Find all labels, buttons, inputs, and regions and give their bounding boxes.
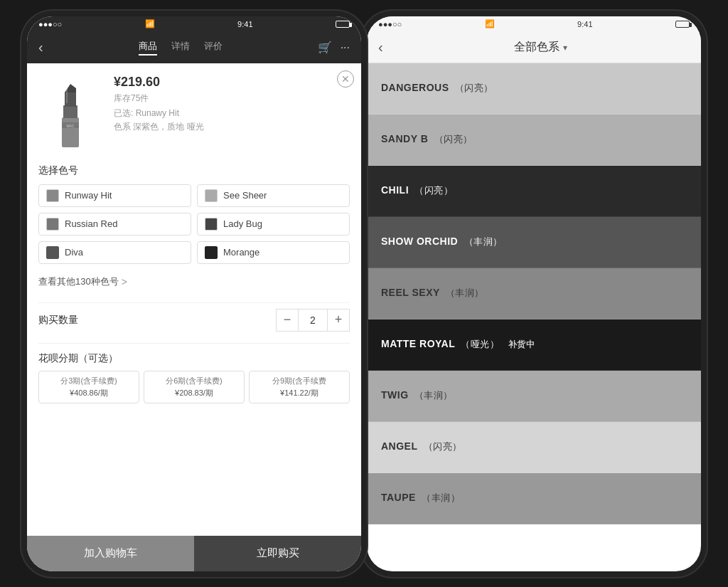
quantity-value: 2 (299, 309, 327, 332)
right-wifi-icon: 📶 (485, 19, 495, 28)
right-nav-title: 全部色系 ▾ (392, 40, 690, 55)
tab-detail[interactable]: 详情 (171, 40, 190, 55)
wifi-icon: 📶 (145, 19, 155, 28)
product-image: MAC (38, 75, 102, 153)
back-button[interactable]: ‹ (38, 39, 43, 55)
installment-3[interactable]: 分3期(含手续费) ¥408.86/期 (38, 371, 139, 403)
color-name-twig: TWIG （丰润） (381, 389, 453, 402)
color-name-angel: ANGEL （闪亮） (381, 440, 462, 453)
installment-3-label: 分3期(含手续费) (43, 376, 134, 386)
quantity-minus-button[interactable]: − (276, 309, 299, 332)
close-button[interactable]: ✕ (337, 70, 354, 88)
list-item-angel[interactable]: ANGEL （闪亮） (367, 422, 701, 473)
add-to-cart-button[interactable]: 加入购物车 (27, 536, 194, 571)
swatch-see-sheer (205, 189, 218, 202)
right-status-bar: ●●●○○ 📶 9:41 (367, 16, 701, 32)
left-screen: ●●●○○ 📶 9:41 ‹ 商品 详情 评价 🛒 ··· ✕ (27, 16, 361, 571)
right-time-display: 9:41 (577, 20, 592, 28)
svg-rect-3 (63, 105, 77, 118)
list-item-chili[interactable]: CHILI （闪亮） (367, 166, 701, 217)
swatch-russian-red (46, 218, 59, 231)
quantity-controls: − 2 + (276, 309, 350, 332)
quantity-section: 购买数量 − 2 + (38, 302, 350, 332)
color-name-sandy-b: SANDY B （闪亮） (381, 133, 473, 146)
installment-6-amount: ¥208.83/期 (149, 388, 240, 398)
see-more-label: 查看其他130种色号 (38, 275, 119, 288)
buy-now-button[interactable]: 立即购买 (194, 536, 361, 571)
list-item-show-orchid[interactable]: SHOW ORCHID （丰润） (367, 217, 701, 268)
installment-3-amount: ¥408.86/期 (43, 388, 134, 398)
svg-rect-0 (62, 117, 79, 147)
right-signal-dots: ●●●○○ (378, 20, 402, 28)
product-attrs: 色系 深紫色，质地 哑光 (114, 121, 350, 133)
list-item-twig[interactable]: TWIG （丰润） (367, 371, 701, 422)
installment-6-label: 分6期(含手续费) (149, 376, 240, 386)
bottom-actions: 加入购物车 立即购买 (27, 536, 361, 571)
signal-dots: ●●●○○ (38, 20, 62, 28)
right-title-arrow-icon: ▾ (563, 43, 567, 53)
see-more-arrow-icon: > (122, 276, 127, 287)
color-label-russian-red: Russian Red (65, 218, 117, 229)
list-item-reel-sexy[interactable]: REEL SEXY （丰润） (367, 268, 701, 319)
product-price: ¥219.60 (114, 75, 350, 90)
nav-icons: 🛒 ··· (318, 41, 350, 54)
installment-section: 花呗分期（可选） 分3期(含手续费) ¥408.86/期 分6期(含手续费) ¥… (38, 343, 350, 403)
svg-text:MAC: MAC (66, 124, 75, 128)
time-display: 9:41 (237, 20, 252, 28)
swatch-lady-bug (205, 218, 218, 231)
left-nav-bar: ‹ 商品 详情 评价 🛒 ··· (27, 32, 361, 63)
swatch-runway-hit (46, 189, 59, 202)
color-grid: Runway Hit See Sheer Russian Red Lady Bu… (38, 184, 350, 264)
color-option-morange[interactable]: Morange (197, 241, 350, 264)
product-stock: 库存75件 (114, 92, 350, 105)
right-battery-icon (675, 21, 690, 28)
product-selected: 已选: Runawy Hit (114, 107, 350, 120)
color-list: DANGEROUS （闪亮） SANDY B （闪亮） CHILI （闪亮） S… (367, 63, 701, 571)
list-item-sandy-b[interactable]: SANDY B （闪亮） (367, 115, 701, 166)
restock-badge: 补货中 (508, 339, 535, 349)
installment-title: 花呗分期（可选） (38, 352, 350, 365)
see-more-button[interactable]: 查看其他130种色号 > (38, 273, 350, 291)
right-screen: ●●●○○ 📶 9:41 ‹ 全部色系 ▾ DANGEROUS （闪亮） SAN… (367, 16, 701, 571)
quantity-plus-button[interactable]: + (327, 309, 350, 332)
tab-review[interactable]: 评价 (204, 40, 223, 55)
color-option-diva[interactable]: Diva (38, 241, 191, 264)
nav-tabs: 商品 详情 评价 (139, 40, 223, 55)
color-option-see-sheer[interactable]: See Sheer (197, 184, 350, 207)
list-item-dangerous[interactable]: DANGEROUS （闪亮） (367, 63, 701, 115)
color-name-reel-sexy: REEL SEXY （丰润） (381, 287, 484, 300)
product-header: MAC ¥219.60 库存75件 已选: Runawy Hit (38, 75, 350, 153)
quantity-label: 购买数量 (38, 314, 78, 327)
color-name-taupe: TAUPE （丰润） (381, 492, 460, 504)
color-name-dangerous: DANGEROUS （闪亮） (381, 82, 493, 95)
left-status-bar: ●●●○○ 📶 9:41 (27, 16, 361, 32)
tab-product[interactable]: 商品 (139, 40, 157, 55)
color-name-matte-royal: MATTE ROYAL （哑光） 补货中 (381, 338, 535, 351)
right-nav-bar: ‹ 全部色系 ▾ (367, 32, 701, 63)
color-label-morange: Morange (223, 247, 259, 258)
installment-9-label: 分9期(含手续费 (254, 376, 345, 386)
right-title-text: 全部色系 (514, 41, 560, 53)
more-icon[interactable]: ··· (341, 41, 350, 54)
installment-6[interactable]: 分6期(含手续费) ¥208.83/期 (144, 371, 245, 403)
swatch-diva (46, 246, 59, 259)
battery-icon (336, 21, 350, 28)
swatch-morange (205, 246, 218, 259)
installment-9-amount: ¥141.22/期 (254, 388, 345, 398)
color-label-runway-hit: Runway Hit (65, 190, 112, 201)
color-option-runway-hit[interactable]: Runway Hit (38, 184, 191, 207)
list-item-matte-royal[interactable]: MATTE ROYAL （哑光） 补货中 (367, 319, 701, 371)
screens-container: ●●●○○ 📶 9:41 ‹ 商品 详情 评价 🛒 ··· ✕ (0, 0, 728, 587)
color-name-chili: CHILI （闪亮） (381, 184, 453, 197)
color-option-russian-red[interactable]: Russian Red (38, 213, 191, 236)
color-option-lady-bug[interactable]: Lady Bug (197, 213, 350, 236)
cart-icon[interactable]: 🛒 (318, 41, 332, 54)
color-label-diva: Diva (65, 247, 83, 258)
color-label-see-sheer: See Sheer (223, 190, 267, 201)
list-item-taupe[interactable]: TAUPE （丰润） (367, 473, 701, 524)
color-section-title: 选择色号 (38, 164, 350, 177)
product-info: ¥219.60 库存75件 已选: Runawy Hit 色系 深紫色，质地 哑… (114, 75, 350, 153)
installment-9[interactable]: 分9期(含手续费 ¥141.22/期 (249, 371, 350, 403)
product-panel: ✕ MAC (27, 63, 361, 536)
right-back-button[interactable]: ‹ (378, 39, 383, 55)
